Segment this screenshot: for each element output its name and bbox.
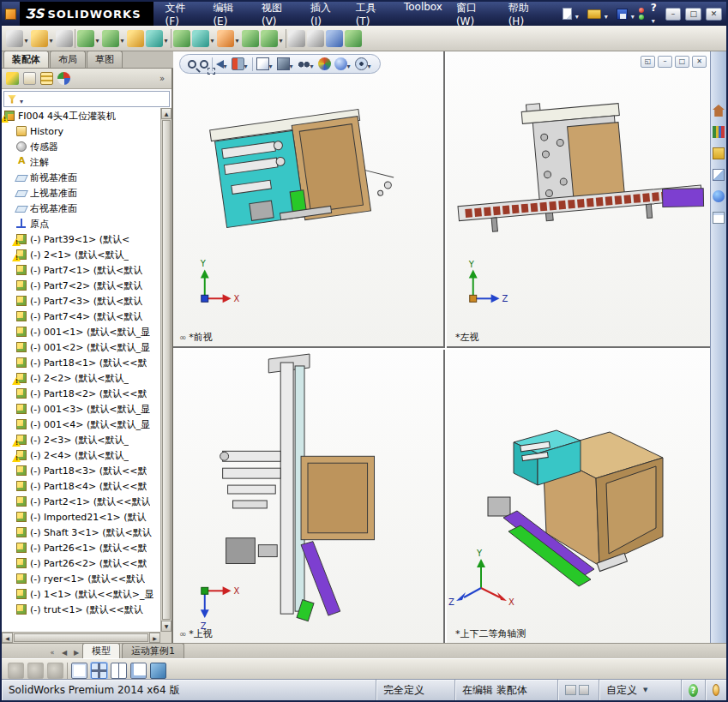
tree-item[interactable]: History: [2, 123, 160, 139]
scroll-down-icon[interactable]: [161, 621, 171, 632]
custom-properties-icon[interactable]: [713, 212, 725, 224]
feature-manager-icon[interactable]: [6, 72, 19, 85]
design-library-icon[interactable]: [713, 126, 725, 138]
tree-item[interactable]: 原点: [2, 216, 160, 231]
hud-separator[interactable]: [252, 57, 253, 71]
screen-capture-icon[interactable]: [6, 30, 23, 47]
tab-motion-study-1[interactable]: 运动算例1: [122, 643, 184, 658]
dropdown-arrow-icon[interactable]: [119, 30, 125, 46]
dropdown-arrow-icon[interactable]: [234, 30, 240, 46]
section-view-icon[interactable]: [232, 57, 244, 70]
mate-icon[interactable]: [77, 30, 94, 47]
dropdown-arrow-icon[interactable]: [278, 30, 284, 46]
display-style-icon[interactable]: [277, 57, 290, 70]
pane-expand-icon[interactable]: »: [157, 74, 167, 83]
toolbar-separator[interactable]: [286, 29, 286, 48]
mass-properties-icon[interactable]: [345, 30, 362, 47]
dropdown-arrow-icon[interactable]: [603, 6, 610, 22]
single-viewport-icon[interactable]: [71, 663, 87, 679]
dropdown-arrow-icon[interactable]: [48, 30, 54, 46]
display-manager-icon[interactable]: [57, 72, 70, 85]
configuration-manager-icon[interactable]: [40, 72, 53, 85]
viewport-minimize-icon[interactable]: –: [658, 56, 672, 68]
measure-icon[interactable]: [326, 30, 343, 47]
viewport-restore-icon[interactable]: ◱: [641, 56, 655, 68]
link-views-icon[interactable]: [130, 663, 147, 679]
new-document-icon[interactable]: [560, 4, 583, 24]
zoom-to-area-icon[interactable]: [200, 60, 208, 69]
zoom-control-icon[interactable]: [8, 663, 24, 679]
minimize-button[interactable]: –: [665, 8, 682, 21]
tabs-scroll-left-icon[interactable]: ◀: [58, 649, 70, 658]
view-orientation-icon[interactable]: [256, 57, 269, 70]
scrollbar-thumb[interactable]: [162, 120, 171, 620]
app-icon[interactable]: [5, 9, 16, 20]
zoom-to-fit-icon[interactable]: [188, 60, 196, 69]
tree-item[interactable]: (-) ryer<1> (默认<<默认: [2, 571, 160, 586]
tab-model[interactable]: 模型: [82, 643, 120, 658]
scroll-left-icon[interactable]: [2, 633, 13, 643]
tree-item[interactable]: (-) Imported21<1> (默认: [2, 509, 160, 525]
tree-item[interactable]: (-) Part18<1> (默认<<默: [2, 355, 160, 370]
tree-item[interactable]: (-) 001<2> (默认<默认_显: [2, 339, 160, 355]
linear-component-pattern-icon[interactable]: [102, 30, 119, 47]
tree-item[interactable]: 右视基准面: [2, 201, 160, 216]
help-menu[interactable]: ?: [651, 2, 661, 26]
tree-item[interactable]: (-) Part26<1> (默认<<默: [2, 540, 160, 555]
four-viewport-icon[interactable]: [91, 663, 107, 679]
hud-separator[interactable]: [212, 57, 213, 71]
tree-horizontal-scrollbar[interactable]: [2, 632, 160, 643]
close-button[interactable]: ✕: [706, 8, 722, 21]
tree-item[interactable]: (-) 2<1> (默认<默认_: [2, 247, 160, 262]
save-icon[interactable]: [614, 4, 639, 24]
viewport-maximize-icon[interactable]: □: [675, 56, 689, 68]
tree-item[interactable]: (-) Part18<2> (默认<<默: [2, 386, 160, 401]
tree-item[interactable]: (-) Part7<1> (默认<默认: [2, 262, 160, 278]
edit-appearance-icon[interactable]: [318, 57, 331, 70]
show-hidden-components-icon[interactable]: [173, 30, 190, 47]
previous-view-icon[interactable]: [216, 60, 224, 69]
property-manager-icon[interactable]: [23, 72, 36, 85]
dropdown-arrow-icon[interactable]: [209, 30, 215, 46]
tree-item[interactable]: (-) Part7<3> (默认<默认: [2, 293, 160, 309]
view-settings-icon[interactable]: [355, 57, 368, 70]
interference-detection-icon[interactable]: [307, 30, 324, 47]
pan-control-icon[interactable]: [47, 663, 63, 679]
tree-item[interactable]: (-) Part18<4> (默认<<默: [2, 478, 160, 494]
new-motion-study-icon[interactable]: [242, 30, 259, 47]
tree-item[interactable]: 前视基准面: [2, 170, 160, 185]
tree-item[interactable]: 上视基准面: [2, 185, 160, 201]
smart-fasteners-icon[interactable]: [127, 30, 144, 47]
tree-item[interactable]: (-) 2<2> (默认<默认_: [2, 370, 160, 386]
tabs-scroll-right-icon[interactable]: ▶: [70, 649, 82, 658]
scrollbar-thumb[interactable]: [14, 633, 148, 642]
unit-system-dropdown[interactable]: 自定义: [599, 680, 682, 700]
tree-item[interactable]: (-) 001<4> (默认<默认_显: [2, 417, 160, 432]
dropdown-arrow-icon[interactable]: [23, 30, 29, 46]
attachment-icon[interactable]: [56, 30, 73, 47]
maximize-button[interactable]: □: [685, 8, 701, 21]
exploded-view-icon[interactable]: [288, 30, 305, 47]
two-viewport-icon[interactable]: [111, 663, 127, 679]
tree-item[interactable]: FI004 4头4工位灌装机: [2, 108, 160, 123]
apply-scene-icon[interactable]: [334, 57, 347, 70]
hide-show-items-icon[interactable]: [298, 57, 310, 70]
dropdown-arrow-icon[interactable]: [629, 6, 636, 22]
tab-layout[interactable]: 布局: [50, 51, 86, 68]
tab-assembly[interactable]: 装配体: [3, 51, 49, 68]
tree-item[interactable]: (-) Part2<1> (默认<<默认: [2, 494, 160, 509]
tree-item[interactable]: (-) 2<4> (默认<默认_: [2, 447, 160, 463]
tree-item[interactable]: (-) Part7<4> (默认<默认: [2, 309, 160, 324]
image-capture-icon[interactable]: [150, 663, 166, 679]
dropdown-arrow-icon[interactable]: [163, 30, 169, 46]
scroll-up-icon[interactable]: [161, 108, 171, 119]
reference-geometry-icon[interactable]: [217, 30, 234, 47]
toolbar-separator[interactable]: [75, 29, 75, 48]
tree-item[interactable]: (-) Part18<3> (默认<<默: [2, 463, 160, 478]
tree-item[interactable]: (-) 2<3> (默认<默认_: [2, 432, 160, 447]
tabs-scroll-start-icon[interactable]: «: [46, 649, 58, 658]
tree-item[interactable]: (-) Shaft 3<1> (默认<默认: [2, 525, 160, 540]
file-explorer-icon[interactable]: [713, 147, 725, 159]
viewport-isometric[interactable]: Y X Z *上下二等角轴测: [447, 350, 713, 643]
tree-item[interactable]: 传感器: [2, 139, 160, 154]
